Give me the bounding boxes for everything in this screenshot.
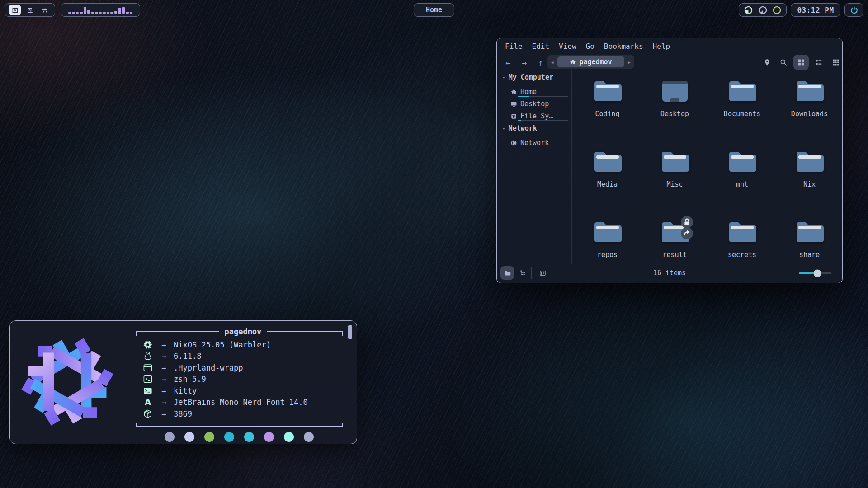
fetch-row-terminal: →kitty	[142, 385, 343, 397]
shell-icon	[142, 374, 154, 384]
menubar: FileEditViewGoBookmarksHelp	[505, 42, 670, 51]
item-count: 16 items	[497, 269, 842, 277]
menu-go[interactable]: Go	[586, 42, 594, 51]
nixos-logo	[20, 331, 115, 433]
path-prev-icon[interactable]: ◂	[547, 59, 557, 66]
menu-file[interactable]: File	[505, 42, 523, 51]
path-segment-home[interactable]: pagedmov	[557, 56, 624, 67]
palette-dot	[244, 432, 254, 442]
sidebar-item-network[interactable]: Network	[497, 136, 571, 148]
folder-icon	[728, 79, 757, 103]
power-button[interactable]	[844, 3, 863, 17]
visualizer-bar	[72, 12, 75, 14]
menu-help[interactable]: Help	[653, 42, 670, 51]
terminal-icon	[142, 386, 154, 396]
drive-icon	[510, 113, 517, 120]
folder-icon	[593, 79, 622, 103]
palette-dot	[204, 432, 214, 442]
home-icon	[510, 89, 517, 95]
visualizer-bar	[84, 7, 87, 14]
path-bar[interactable]: ◂ pagedmov ▸	[547, 55, 634, 69]
palette-dot	[264, 432, 274, 442]
visualizer-bar	[114, 11, 118, 14]
sidebar-item-home[interactable]: Home	[497, 84, 571, 97]
forward-button[interactable]: →	[519, 56, 530, 68]
folder-nix[interactable]: Nix	[776, 143, 843, 214]
list-view-button[interactable]	[812, 56, 825, 69]
workspace-五[interactable]	[24, 5, 36, 15]
sidebar-item-filesy[interactable]: File Sy…	[497, 109, 571, 121]
zoom-slider[interactable]	[799, 272, 831, 274]
workspace-六[interactable]	[39, 5, 51, 15]
folder-desktop[interactable]: Desktop	[641, 73, 708, 143]
file-manager-window: FileEditViewGoBookmarksHelp ← → ↑ ◂ page…	[496, 38, 843, 283]
expander-icon: ▾	[502, 75, 505, 80]
zoom-slider-knob[interactable]	[814, 270, 821, 277]
menu-view[interactable]: View	[559, 42, 576, 51]
folder-label: Misc	[666, 180, 683, 188]
folder-documents[interactable]: Documents	[708, 73, 776, 143]
compact-grid-icon	[832, 59, 840, 66]
toolbar: ← → ↑ ◂ pagedmov ▸	[497, 55, 842, 70]
fetch-widget: pagedmov →NixOS 25.05 (Warbler)→6.11.8→.…	[9, 320, 357, 444]
folder-label: Desktop	[660, 110, 689, 118]
workspace-四-active[interactable]	[9, 5, 21, 15]
grid-view-icon	[797, 59, 805, 66]
icon-view-button[interactable]	[793, 55, 809, 70]
fetch-row-penguin: →6.11.8	[142, 351, 343, 362]
monitor-sm-icon	[510, 101, 517, 108]
arrow-icon: →	[154, 409, 174, 418]
terminal-cursor	[348, 325, 352, 339]
folder-icon	[795, 79, 824, 103]
path-next-icon[interactable]: ▸	[624, 59, 634, 66]
visualizer-bar	[76, 12, 79, 14]
globe-icon	[510, 140, 517, 146]
location-pin-button[interactable]	[761, 56, 774, 69]
visualizer-bar	[118, 8, 121, 14]
back-button[interactable]: ←	[502, 56, 514, 68]
fetch-rows: →NixOS 25.05 (Warbler)→6.11.8→.Hyprland-…	[136, 336, 343, 420]
folder-grid: CodingDesktopDocumentsDownloadsMediaMisc…	[574, 73, 845, 284]
visualizer-bar	[68, 12, 71, 14]
compact-view-button[interactable]	[830, 56, 842, 69]
visualizer-bar	[91, 12, 94, 14]
folder-downloads[interactable]: Downloads	[776, 73, 843, 143]
menu-bookmarks[interactable]: Bookmarks	[604, 42, 643, 51]
menu-edit[interactable]: Edit	[532, 42, 550, 51]
expander-icon: ▾	[502, 126, 505, 131]
home-icon	[570, 59, 576, 65]
fetch-value: .Hyprland-wrapp	[174, 363, 243, 372]
palette-dot	[165, 432, 175, 442]
pin-icon	[764, 59, 771, 66]
folder-icon	[728, 220, 757, 244]
arrow-icon: →	[154, 386, 174, 395]
folder-icon	[593, 150, 622, 174]
visualizer-bar	[99, 12, 102, 14]
fetch-row-nix: →NixOS 25.05 (Warbler)	[142, 339, 343, 351]
fetch-value: kitty	[174, 386, 197, 395]
folder-mnt[interactable]: mnt	[708, 143, 776, 214]
sidebar-item-desktop[interactable]: Desktop	[497, 97, 571, 109]
path-segment-label: pagedmov	[579, 58, 612, 66]
palette-dot	[304, 432, 314, 442]
sidebar-section-my-computer[interactable]: ▾My Computer	[497, 70, 571, 84]
clock: 03:12 PM	[791, 3, 840, 17]
fetch-frame-bottom	[136, 422, 343, 427]
visualizer-bar	[122, 7, 125, 14]
folder-coding[interactable]: Coding	[574, 73, 641, 143]
folder-misc[interactable]: Misc	[641, 143, 708, 214]
workspace-switcher[interactable]	[5, 3, 55, 17]
folder-media[interactable]: Media	[574, 143, 641, 214]
fetch-value: 6.11.8	[174, 352, 201, 361]
folder-label: Coding	[595, 110, 619, 118]
up-button[interactable]: ↑	[535, 56, 547, 68]
folder-label: result	[662, 251, 687, 259]
search-icon	[780, 59, 787, 66]
arrow-icon: →	[154, 398, 174, 407]
desktop-icon	[660, 79, 689, 103]
search-button[interactable]	[777, 56, 790, 69]
folder-icon	[795, 220, 824, 244]
folder-label: mnt	[736, 180, 748, 188]
sidebar-section-network[interactable]: ▾Network	[497, 121, 571, 136]
visualizer-bar	[110, 12, 113, 14]
